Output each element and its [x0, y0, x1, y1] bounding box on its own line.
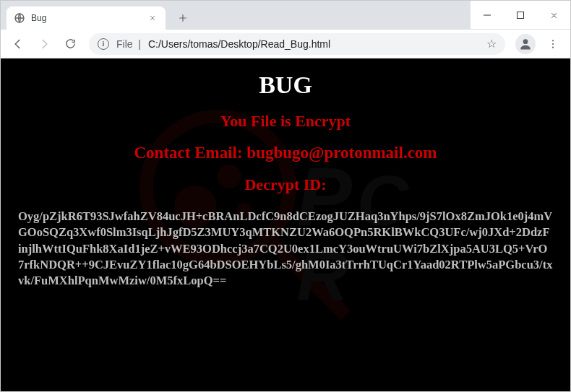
- ransom-note: BUG You File is Encrypt Contact Email: b…: [1, 58, 570, 289]
- url-path-text: C:/Users/tomas/Desktop/Read_Bug.html: [148, 38, 330, 50]
- info-icon[interactable]: i: [98, 38, 109, 50]
- contact-line: Contact Email: bugbugo@protonmail.com: [17, 144, 554, 162]
- svg-point-4: [552, 43, 554, 44]
- tab-title: Bug: [31, 13, 46, 23]
- svg-point-2: [523, 39, 528, 44]
- close-icon[interactable]: [147, 12, 158, 24]
- window-controls: [471, 1, 570, 29]
- globe-icon: [14, 12, 25, 24]
- new-tab-button[interactable]: [173, 8, 193, 28]
- address-bar: i File | C:/Users/tomas/Desktop/Read_Bug…: [1, 30, 570, 58]
- omnibox[interactable]: i File | C:/Users/tomas/Desktop/Read_Bug…: [89, 33, 505, 55]
- tabs-strip: Bug: [1, 1, 471, 29]
- page-title: BUG: [17, 71, 554, 99]
- titlebar: Bug: [1, 1, 570, 30]
- browser-window: Bug: [0, 0, 571, 392]
- close-window-button[interactable]: [537, 1, 570, 30]
- forward-button[interactable]: [33, 32, 56, 56]
- url-protocol-label: File |: [116, 38, 141, 50]
- decrypt-id-label: Decrypt ID:: [17, 175, 554, 194]
- contact-label: Contact Email:: [134, 144, 246, 162]
- maximize-button[interactable]: [504, 1, 537, 30]
- svg-rect-1: [518, 12, 524, 19]
- star-icon[interactable]: ☆: [486, 37, 497, 51]
- tab-active[interactable]: Bug: [7, 6, 166, 30]
- page-viewport: P C R BUG You File is Encrypt Contact Em…: [1, 58, 570, 391]
- reload-button[interactable]: [59, 32, 82, 56]
- contact-email: bugbugo@protonmail.com: [246, 144, 437, 162]
- page-subtitle: You File is Encrypt: [17, 112, 554, 131]
- menu-dots-icon[interactable]: [541, 32, 564, 56]
- minimize-button[interactable]: [471, 1, 504, 30]
- svg-point-3: [552, 40, 554, 41]
- avatar-icon[interactable]: [515, 34, 536, 54]
- svg-point-5: [552, 46, 554, 48]
- back-button[interactable]: [7, 32, 30, 56]
- decrypt-id-value: Oyg/pZjkR6T93SJwfahZV84ucJH+cBRAnLDcfC9n…: [17, 209, 554, 289]
